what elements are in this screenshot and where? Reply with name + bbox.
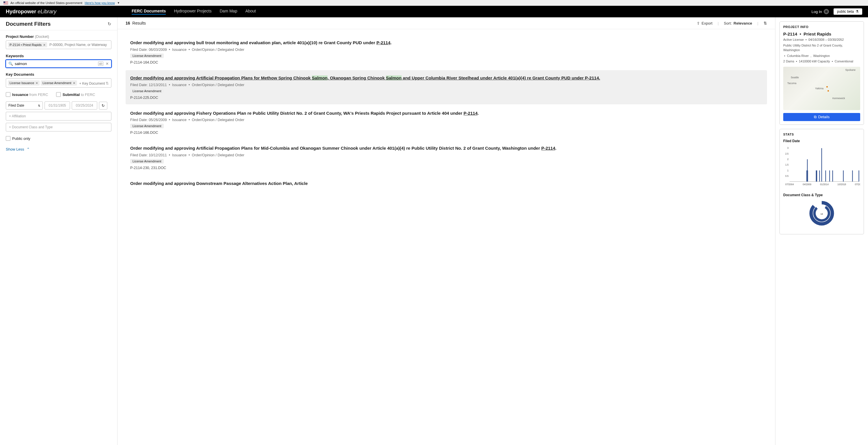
keydoc-chip-license-amendment: License Amendment ✕ [41,80,77,85]
results-main: 16 Results ⇧ Export | Sort: Relevance | … [118,18,775,445]
export-button[interactable]: ⇧ Export [697,21,713,26]
divider: | [757,21,758,26]
keywords-input[interactable] [15,62,96,66]
reset-icon: ↻ [101,103,105,108]
date-from-input[interactable]: 01/31/1905 [44,101,70,109]
external-link-icon: ⧉ [814,115,816,119]
project-owner: Public Utility District No 2 of Grant Co… [783,43,860,53]
issuance-checkbox[interactable]: Issuance from FERC [6,92,48,97]
details-label: Details [818,115,830,119]
affiliation-input[interactable]: + Affiliation [6,112,112,121]
sort-direction-icon[interactable]: ⇅ [764,21,767,26]
map-marker-icon [827,90,829,92]
result-tag: License Amendment [130,54,164,58]
submittal-bold: Submittal [62,93,80,97]
svg-text:2.5: 2.5 [785,152,789,155]
login-button[interactable]: Log In [812,9,829,14]
result-meta: Filed Date: 12/13/2011 • Issuance • Orde… [130,83,763,87]
divider: | [717,21,718,26]
doc-class-donut[interactable]: 14 [783,199,860,231]
project-map[interactable]: Spokane Seattle Tacoma Yakima Kennewick [783,67,860,110]
project-chip-label: P-2114 • Priest Rapids [9,43,42,46]
result-tag: License Amendment [130,89,164,93]
filed-date-chart[interactable]: 0.511.522.5307/200404/200901/201410/2018… [783,145,860,188]
project-chip: P-2114 • Priest Rapids ✕ [8,42,47,47]
svg-rect-17 [819,170,820,181]
map-label-kennewick: Kennewick [832,97,845,100]
svg-rect-21 [832,170,833,181]
submittal-checkbox[interactable]: Submittal to FERC [56,92,95,97]
sort-button[interactable]: Sort: Relevance [724,21,752,26]
doc-class-type-input[interactable]: + Document Class and Type [6,123,112,132]
stats-card: STATS Filed Date 0.511.522.5307/200404/2… [779,129,864,234]
public-only-checkbox[interactable]: Public only [6,136,112,141]
project-location-line: • Columbia River , Washington [783,54,860,58]
exact-match-icon[interactable]: ab [98,62,103,66]
filters-sidebar: Document Filters ↻ Project Number (Docke… [0,18,118,445]
gov-banner-link[interactable]: Here's how you know [85,1,115,5]
issuance-dim: from FERC [29,93,48,97]
issuance-bold: Issuance [12,93,28,97]
topbar: Hydropower eLibrary FERC Documents Hydro… [0,6,868,18]
svg-rect-12 [806,170,807,181]
nav-about[interactable]: About [245,9,256,15]
svg-text:07/2023: 07/2023 [855,183,860,186]
checkbox-icon [6,92,10,97]
date-to-input[interactable]: 03/25/2024 [72,101,97,109]
result-meta: Filed Date: 10/12/2011 • Issuance • Orde… [130,153,763,157]
gov-banner: An official website of the United States… [0,0,868,6]
svg-rect-22 [843,170,844,181]
details-button[interactable]: ⧉ Details [783,113,860,121]
reset-filters-icon[interactable]: ↻ [107,22,112,27]
result-tag: License Amendment [130,159,164,164]
project-title: P-2114 • Priest Rapids [783,32,860,36]
result-item[interactable]: Order modifying and approving Downstream… [126,176,767,191]
result-meta: Filed Date: 05/26/2009 • Issuance • Orde… [130,118,763,122]
main-nav: FERC Documents Hydropower Projects Dam M… [132,9,256,15]
result-title: Order modifying and approving Artificial… [130,75,763,81]
project-number-input[interactable]: P-2114 • Priest Rapids ✕ [6,40,112,49]
chip-label: License Issuance [9,81,34,85]
project-capacity-line: 2 Dams • 1410000 kW Capacity • Conventio… [783,59,860,64]
nav-dam-map[interactable]: Dam Map [220,9,237,15]
svg-text:07/2004: 07/2004 [785,183,794,186]
project-status-line: Active License • 04/16/2008 – 03/30/2052 [783,37,860,42]
result-item[interactable]: Order modifying and approving bull trout… [126,35,767,69]
svg-rect-15 [816,170,816,181]
sort-field-select[interactable]: Filed Date ⇅ [6,101,43,109]
map-label-spokane: Spokane [845,68,856,71]
close-icon[interactable]: ✕ [73,81,75,85]
beta-button[interactable]: public beta ⚗ [834,8,862,15]
logo[interactable]: Hydropower eLibrary [6,9,56,15]
close-icon[interactable]: ✕ [36,81,38,85]
info-sidebar: PROJECT INFO P-2114 • Priest Rapids Acti… [775,18,868,445]
show-less-label: Show Less [6,147,24,151]
date-reset-button[interactable]: ↻ [99,102,107,109]
svg-rect-16 [816,170,817,181]
svg-text:2: 2 [787,158,789,160]
key-documents-field[interactable] [78,81,110,86]
donut-center-value: 14 [820,213,823,215]
nav-ferc-documents[interactable]: FERC Documents [132,9,166,15]
svg-text:3: 3 [787,147,789,149]
keywords-input-wrapper[interactable]: 🔍 ab ✕ [6,60,112,68]
result-doc-name: P-2114-230, 231.DOC [130,166,763,170]
beta-label: public beta [837,9,854,13]
show-less-toggle[interactable]: Show Less ⌃ [6,147,112,151]
result-item[interactable]: Order modifying and approving Artificial… [126,70,767,104]
nav-hydropower-projects[interactable]: Hydropower Projects [174,9,212,15]
user-icon [824,9,829,14]
project-number-field[interactable] [48,42,110,47]
result-title: Order modifying and approving Artificial… [130,145,763,151]
result-item[interactable]: Order modifying and approving Artificial… [126,140,767,174]
clear-icon[interactable]: ✕ [105,62,109,66]
key-documents-input[interactable]: License Issuance ✕ License Amendment ✕ [6,78,112,88]
us-flag-icon [3,1,8,4]
project-number-label: Project Number (Docket) [6,34,112,39]
close-icon[interactable]: ✕ [43,43,45,46]
project-info-card: PROJECT INFO P-2114 • Priest Rapids Acti… [779,22,864,125]
logo-word2: eLibrary [38,9,56,14]
result-item[interactable]: Order modifying and approving Fishery Op… [126,105,767,140]
map-marker-icon [826,86,828,88]
key-documents-label: Key Documents [6,72,112,76]
